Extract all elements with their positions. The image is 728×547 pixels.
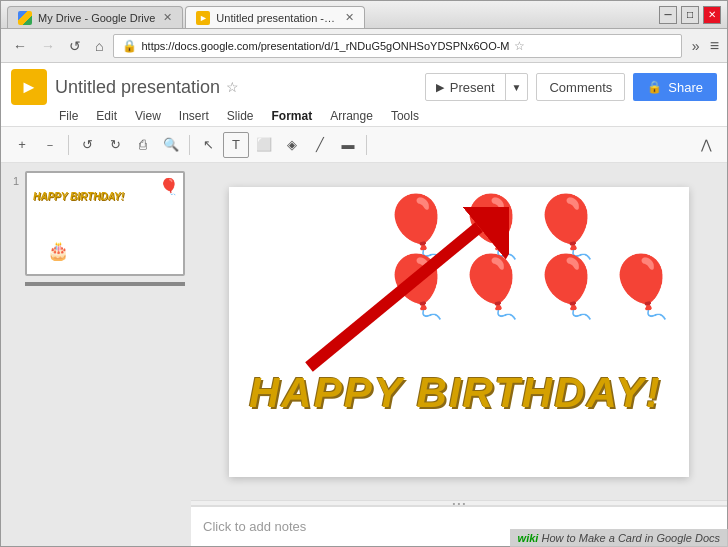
app-header: ► Untitled presentation ☆ ▶ Present ▼ Co… bbox=[1, 63, 727, 127]
slide-thumbnail[interactable]: 🎈 HAPPY BIRTHDAY! 🎂 bbox=[25, 171, 185, 276]
slide-canvas: 🎈🎈🎈🎈🎈🎈🎈 HAPPY BIRTHDAY! bbox=[229, 187, 689, 477]
toolbar-expand[interactable]: ⋀ bbox=[693, 132, 719, 158]
home-button[interactable]: ⌂ bbox=[91, 36, 107, 56]
toolbar-sep-3 bbox=[366, 135, 367, 155]
toolbar-zoom[interactable]: 🔍 bbox=[158, 132, 184, 158]
toolbar-undo[interactable]: ↺ bbox=[74, 132, 100, 158]
maximize-button[interactable]: □ bbox=[681, 6, 699, 24]
thumb-cake: 🎂 bbox=[47, 240, 69, 262]
close-button[interactable]: ✕ bbox=[703, 6, 721, 24]
doc-star-icon[interactable]: ☆ bbox=[226, 79, 239, 95]
present-label: Present bbox=[450, 80, 495, 95]
tab-drive-label: My Drive - Google Drive bbox=[38, 12, 155, 24]
doc-title: Untitled presentation ☆ bbox=[55, 77, 417, 98]
menu-bar: File Edit View Insert Slide Format Arran… bbox=[1, 107, 727, 125]
tab-bar: My Drive - Google Drive ✕ ► Untitled pre… bbox=[7, 1, 659, 28]
present-icon: ▶ bbox=[436, 81, 444, 94]
menu-arrange[interactable]: Arrange bbox=[322, 107, 381, 125]
doc-title-text[interactable]: Untitled presentation bbox=[55, 77, 220, 98]
share-label: Share bbox=[668, 80, 703, 95]
main-content: 1 🎈 HAPPY BIRTHDAY! 🎂 bbox=[1, 163, 727, 546]
title-bar: My Drive - Google Drive ✕ ► Untitled pre… bbox=[1, 1, 727, 29]
toolbar-image[interactable]: ◈ bbox=[279, 132, 305, 158]
app-header-top: ► Untitled presentation ☆ ▶ Present ▼ Co… bbox=[1, 63, 727, 107]
notes-placeholder: Click to add notes bbox=[203, 519, 306, 534]
toolbar: + − ↺ ↻ ⎙ 🔍 ↖ T ⬜ ◈ ╱ ▬ ⋀ bbox=[1, 127, 727, 163]
slide-panel: 1 🎈 HAPPY BIRTHDAY! 🎂 bbox=[1, 163, 191, 546]
menu-tools[interactable]: Tools bbox=[383, 107, 427, 125]
tab-drive-close[interactable]: ✕ bbox=[163, 11, 172, 24]
slide-thumb-container: 1 🎈 HAPPY BIRTHDAY! 🎂 bbox=[7, 171, 185, 276]
toolbar-sep-1 bbox=[68, 135, 69, 155]
toolbar-line[interactable]: ╱ bbox=[307, 132, 333, 158]
window-controls: ─ □ ✕ bbox=[659, 6, 721, 24]
wikihow-text: How to Make a Card in Google Docs bbox=[541, 532, 720, 544]
present-button[interactable]: ▶ Present ▼ bbox=[425, 73, 529, 101]
tab-drive[interactable]: My Drive - Google Drive ✕ bbox=[7, 6, 183, 28]
tab-slides[interactable]: ► Untitled presentation - Go ✕ bbox=[185, 6, 365, 28]
present-main: ▶ Present bbox=[426, 74, 506, 100]
wikihow-watermark: wiki How to Make a Card in Google Docs bbox=[510, 529, 728, 547]
slide-indicator bbox=[25, 282, 185, 286]
toolbar-text[interactable]: T bbox=[223, 132, 249, 158]
toolbar-select[interactable]: ↖ bbox=[195, 132, 221, 158]
toolbar-redo[interactable]: ↻ bbox=[102, 132, 128, 158]
toolbar-zoom-in[interactable]: + bbox=[9, 132, 35, 158]
share-button[interactable]: 🔒 Share bbox=[633, 73, 717, 101]
tab-slides-label: Untitled presentation - Go bbox=[216, 12, 337, 24]
minimize-button[interactable]: ─ bbox=[659, 6, 677, 24]
menu-file[interactable]: File bbox=[51, 107, 86, 125]
share-icon: 🔒 bbox=[647, 80, 662, 94]
drive-favicon bbox=[18, 11, 32, 25]
lock-icon: 🔒 bbox=[122, 39, 137, 53]
toolbar-print[interactable]: ⎙ bbox=[130, 132, 156, 158]
menu-slide[interactable]: Slide bbox=[219, 107, 262, 125]
slides-logo: ► bbox=[11, 69, 47, 105]
menu-view[interactable]: View bbox=[127, 107, 169, 125]
slide-canvas-wrapper[interactable]: 🎈🎈🎈🎈🎈🎈🎈 HAPPY BIRTHDAY! bbox=[191, 163, 727, 500]
toolbar-sep-2 bbox=[189, 135, 190, 155]
menu-format[interactable]: Format bbox=[264, 107, 321, 125]
address-bar: ← → ↺ ⌂ 🔒 https://docs.google.com/presen… bbox=[1, 29, 727, 63]
slides-favicon: ► bbox=[196, 11, 210, 25]
more-button[interactable]: » bbox=[688, 36, 704, 56]
thumb-balloons: 🎈 bbox=[159, 177, 179, 196]
doc-title-area: Untitled presentation ☆ bbox=[55, 77, 417, 98]
menu-insert[interactable]: Insert bbox=[171, 107, 217, 125]
url-text: https://docs.google.com/presentation/d/1… bbox=[141, 40, 509, 52]
present-dropdown-icon[interactable]: ▼ bbox=[506, 74, 528, 100]
star-icon[interactable]: ☆ bbox=[514, 39, 525, 53]
thumb-happy-birthday-text: HAPPY BIRTHDAY! bbox=[33, 191, 124, 202]
comments-button[interactable]: Comments bbox=[536, 73, 625, 101]
header-actions: ▶ Present ▼ Comments 🔒 Share bbox=[425, 73, 717, 101]
toolbar-insert[interactable]: ▬ bbox=[335, 132, 361, 158]
red-arrow bbox=[289, 207, 509, 387]
menu-edit[interactable]: Edit bbox=[88, 107, 125, 125]
svg-line-1 bbox=[309, 227, 479, 367]
tab-slides-close[interactable]: ✕ bbox=[345, 11, 354, 24]
browser-menu-button[interactable]: ≡ bbox=[710, 37, 719, 55]
reload-button[interactable]: ↺ bbox=[65, 36, 85, 56]
editor-area: 🎈🎈🎈🎈🎈🎈🎈 HAPPY BIRTHDAY! bbox=[191, 163, 727, 546]
slide-number: 1 bbox=[7, 175, 19, 276]
thumb-inner: 🎈 HAPPY BIRTHDAY! 🎂 bbox=[27, 173, 183, 274]
browser-window: My Drive - Google Drive ✕ ► Untitled pre… bbox=[0, 0, 728, 547]
forward-button[interactable]: → bbox=[37, 36, 59, 56]
wikihow-logo: wiki bbox=[518, 532, 539, 544]
back-button[interactable]: ← bbox=[9, 36, 31, 56]
url-bar[interactable]: 🔒 https://docs.google.com/presentation/d… bbox=[113, 34, 681, 58]
toolbar-zoom-out[interactable]: − bbox=[37, 132, 63, 158]
toolbar-shape[interactable]: ⬜ bbox=[251, 132, 277, 158]
